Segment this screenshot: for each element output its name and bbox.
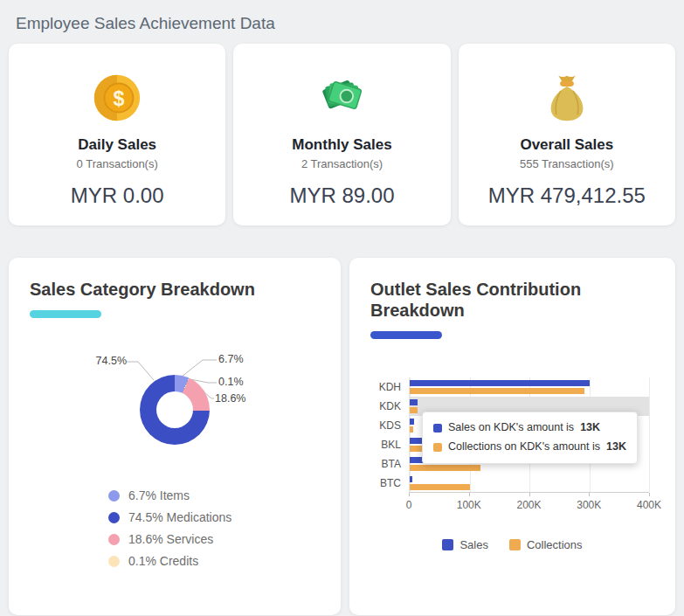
stat-title: Monthly Sales bbox=[292, 136, 391, 154]
gridline bbox=[649, 377, 650, 492]
daily-sales-card: $ Daily Sales 0 Transaction(s) MYR 0.00 bbox=[9, 44, 225, 225]
legend-dot bbox=[108, 512, 120, 523]
outlet-plot-col: Sales on KDK's amount is 13KCollections … bbox=[409, 377, 649, 512]
category-label-kdh: KDH bbox=[370, 377, 409, 397]
outlet-plot: Sales on KDK's amount is 13KCollections … bbox=[409, 377, 649, 493]
category-legend: 6.7% Items74.5% Medications18.6% Service… bbox=[108, 488, 320, 568]
legend-label: Collections bbox=[527, 538, 583, 551]
tick-mark bbox=[589, 493, 590, 496]
cash-notes-icon bbox=[314, 70, 370, 126]
category-accent-bar bbox=[30, 310, 101, 318]
legend-label: 74.5% Medications bbox=[128, 510, 231, 524]
callout-items: 6.7% bbox=[218, 353, 244, 365]
legend-label: 18.6% Services bbox=[128, 532, 213, 546]
outlet-xticks: 0100K200K300K400K bbox=[409, 493, 649, 512]
tooltip-value: 13K bbox=[606, 438, 626, 457]
tooltip-marker bbox=[433, 424, 442, 433]
legend-label: 0.1% Credits bbox=[128, 554, 198, 568]
outlet-accent-bar bbox=[370, 331, 442, 339]
collections-bar-kdk[interactable] bbox=[410, 407, 418, 413]
donut-hole bbox=[156, 391, 193, 428]
stat-amount: MYR 0.00 bbox=[71, 183, 164, 208]
collections-bar-bta[interactable] bbox=[410, 465, 480, 471]
tooltip-line-sales: Sales on KDK's amount is 13K bbox=[433, 419, 626, 438]
category-legend-item[interactable]: 0.1% Credits bbox=[108, 554, 320, 568]
collections-bar-kdh[interactable] bbox=[410, 388, 584, 394]
x-tick-label: 200K bbox=[516, 499, 541, 511]
outlet-sales-card: Outlet Sales Contribution Breakdown KDHK… bbox=[349, 258, 675, 615]
category-legend-item[interactable]: 18.6% Services bbox=[108, 532, 320, 546]
x-tick-label: 300K bbox=[577, 499, 601, 511]
category-legend-item[interactable]: 6.7% Items bbox=[108, 488, 320, 502]
outlet-legend: SalesCollections bbox=[370, 538, 654, 551]
callout-credits: 0.1% bbox=[218, 376, 244, 388]
legend-swatch bbox=[442, 539, 453, 550]
callout-medications: 74.5% bbox=[96, 355, 127, 367]
stat-title: Overall Sales bbox=[520, 136, 613, 154]
outlet-legend-collections[interactable]: Collections bbox=[509, 538, 583, 551]
outlet-bar-chart: KDHKDKKDSBKLBTABTC Sales on KDK's amount… bbox=[370, 377, 654, 512]
legend-dot bbox=[108, 534, 120, 545]
callout-services: 18.6% bbox=[215, 392, 245, 405]
monthly-sales-card: Monthly Sales 2 Transaction(s) MYR 89.00 bbox=[233, 44, 450, 225]
dashboard-page: Employee Sales Achievement Data $ Daily … bbox=[0, 0, 684, 615]
tick-mark bbox=[529, 493, 530, 496]
tooltip-text: Sales on KDK's amount is bbox=[448, 419, 574, 438]
sales-bar-kdk[interactable] bbox=[410, 399, 418, 405]
sales-bar-kdh[interactable] bbox=[410, 380, 590, 386]
stat-transactions: 555 Transaction(s) bbox=[520, 157, 614, 170]
category-label-btc: BTC bbox=[370, 474, 409, 493]
sales-bar-btc[interactable] bbox=[410, 476, 412, 482]
category-legend-item[interactable]: 74.5% Medications bbox=[108, 510, 320, 524]
legend-dot bbox=[108, 490, 120, 502]
tick-mark bbox=[409, 493, 410, 496]
x-tick-label: 100K bbox=[457, 499, 481, 511]
legend-label: 6.7% Items bbox=[128, 488, 190, 502]
tooltip-marker bbox=[433, 443, 442, 452]
category-donut[interactable] bbox=[140, 375, 210, 445]
outlet-legend-sales[interactable]: Sales bbox=[442, 538, 488, 551]
tooltip-line-collections: Collections on KDK's amount is 13K bbox=[433, 438, 626, 457]
page-title: Employee Sales Achievement Data bbox=[9, 9, 675, 33]
stat-amount: MYR 89.00 bbox=[289, 183, 394, 208]
tick-mark bbox=[649, 493, 650, 496]
sales-bar-kds[interactable] bbox=[410, 419, 414, 425]
chart-tooltip: Sales on KDK's amount is 13KCollections … bbox=[422, 412, 638, 464]
legend-swatch bbox=[509, 539, 521, 550]
category-label-kds: KDS bbox=[370, 416, 409, 435]
charts-row: Sales Category Breakdown 74.5% 6.7% 0.1%… bbox=[9, 258, 675, 615]
bar-row-btc[interactable] bbox=[410, 474, 649, 493]
stat-amount: MYR 479,412.55 bbox=[488, 183, 646, 208]
collections-bar-btc[interactable] bbox=[410, 484, 470, 490]
tick-mark bbox=[469, 493, 470, 496]
category-label-kdk: KDK bbox=[370, 397, 409, 416]
x-tick-label: 0 bbox=[406, 499, 412, 511]
category-label-bta: BTA bbox=[370, 454, 409, 474]
tooltip-text: Collections on KDK's amount is bbox=[448, 438, 600, 457]
tooltip-value: 13K bbox=[580, 419, 600, 438]
category-label-bkl: BKL bbox=[370, 435, 409, 454]
money-bag-icon bbox=[542, 70, 591, 126]
outlet-card-title: Outlet Sales Contribution Breakdown bbox=[370, 279, 654, 321]
stat-transactions: 0 Transaction(s) bbox=[77, 157, 158, 170]
category-card-title: Sales Category Breakdown bbox=[30, 279, 320, 300]
sales-category-card: Sales Category Breakdown 74.5% 6.7% 0.1%… bbox=[9, 258, 341, 615]
stat-transactions: 2 Transaction(s) bbox=[301, 157, 383, 170]
outlet-ylabels: KDHKDKKDSBKLBTABTC bbox=[370, 377, 409, 512]
category-donut-chart: 74.5% 6.7% 0.1% 18.6% bbox=[30, 337, 320, 481]
overall-sales-card: Overall Sales 555 Transaction(s) MYR 479… bbox=[459, 44, 675, 225]
bar-row-kdh[interactable] bbox=[410, 377, 649, 397]
stat-title: Daily Sales bbox=[78, 136, 156, 154]
svg-text:$: $ bbox=[114, 87, 125, 110]
x-tick-label: 400K bbox=[637, 499, 661, 511]
legend-label: Sales bbox=[459, 538, 488, 551]
legend-dot bbox=[108, 556, 120, 567]
summary-cards-row: $ Daily Sales 0 Transaction(s) MYR 0.00 … bbox=[9, 44, 675, 225]
gold-coin-icon: $ bbox=[90, 70, 144, 126]
collections-bar-kds[interactable] bbox=[410, 426, 413, 433]
